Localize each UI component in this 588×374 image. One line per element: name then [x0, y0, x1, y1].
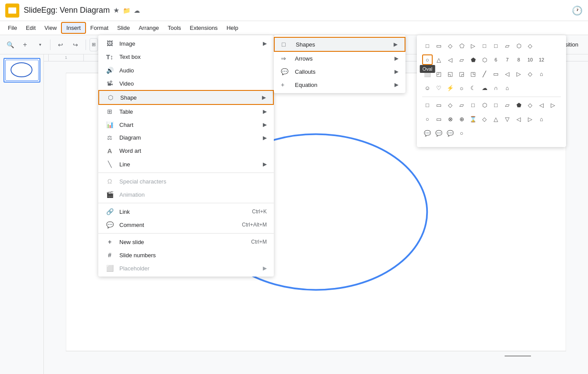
shape-pie[interactable]: ╱ — [479, 68, 490, 79]
shape-circ2[interactable]: ○ — [456, 128, 467, 138]
insert-audio-item[interactable]: 🔊 Audio — [98, 64, 274, 77]
shape-hex1[interactable]: ⬡ — [479, 100, 490, 110]
add-btn[interactable]: + — [18, 38, 32, 51]
shape-tri1[interactable]: ◁ — [536, 100, 547, 110]
menu-help[interactable]: Help — [222, 23, 243, 33]
submenu-shapes-item[interactable]: □ Shapes ▶ — [274, 37, 405, 52]
zoom-dropdown[interactable]: ▾ — [33, 38, 47, 51]
shape-sq4[interactable]: □ — [491, 100, 501, 110]
submenu-arrows-item[interactable]: ⇒ Arrows ▶ — [274, 52, 405, 65]
shape-para1[interactable]: ▱ — [456, 100, 467, 110]
insert-textbox-item[interactable]: T↕ Text box — [98, 50, 274, 64]
shape-rect6[interactable]: ▭ — [434, 114, 444, 124]
shape-oval[interactable]: ○ Oval — [422, 54, 433, 65]
shape-no-symbol[interactable]: ▷ — [513, 68, 524, 79]
menu-file[interactable]: File — [4, 23, 22, 33]
insert-video-item[interactable]: 📽 Video — [98, 77, 274, 90]
insert-line-item[interactable]: ╲ Line ▶ — [98, 158, 274, 171]
shape-7star[interactable]: 7 — [502, 54, 513, 65]
shape-donut[interactable]: ◁ — [502, 68, 513, 79]
insert-slide-numbers-item[interactable]: # Slide numbers — [98, 248, 274, 262]
cloud-icon[interactable]: ☁ — [134, 7, 140, 14]
insert-image-btn[interactable]: ⊞ — [90, 38, 98, 51]
insert-link-item[interactable]: 🔗 Link Ctrl+K — [98, 205, 274, 218]
menu-arrange[interactable]: Arrange — [134, 23, 163, 33]
shape-dmd1[interactable]: ◇ — [445, 100, 455, 110]
undo-btn[interactable]: ↩ — [54, 38, 67, 51]
insert-new-slide-item[interactable]: + New slide Ctrl+M — [98, 235, 274, 248]
shape-pentagon[interactable]: ⬠ — [456, 40, 467, 51]
shape-dmd3[interactable]: ◇ — [525, 100, 535, 110]
redo-btn[interactable]: ↪ — [69, 38, 82, 51]
insert-special-chars-item[interactable]: Ω Special characters — [98, 175, 274, 188]
shape-corner[interactable]: ◱ — [445, 68, 455, 79]
shape-callout2[interactable]: 💬 — [434, 128, 444, 138]
shape-cross[interactable]: ⊗ — [445, 114, 455, 124]
shape-block-arc[interactable]: ▭ — [491, 68, 501, 79]
insert-diagram-item[interactable]: ⚖ Diagram ▶ — [98, 131, 274, 144]
shape-tri2[interactable]: ▷ — [548, 100, 558, 110]
shape-moon[interactable]: ☾ — [468, 83, 478, 93]
insert-shape-item[interactable]: ⬡ Shape ▶ — [98, 90, 274, 105]
folder-icon[interactable]: 📁 — [123, 7, 130, 14]
zoom-btn[interactable]: 🔍 — [4, 38, 17, 51]
shape-callout1[interactable]: 💬 — [422, 128, 433, 138]
insert-chart-item[interactable]: 📊 Chart ▶ — [98, 118, 274, 131]
shape-bracket-pair[interactable]: ⌂ — [502, 83, 513, 93]
shape-6star[interactable]: 6 — [491, 54, 501, 65]
shape-chord[interactable]: ◳ — [468, 68, 478, 79]
shape-lightning[interactable]: ⚡ — [445, 83, 455, 93]
insert-wordart-item[interactable]: A Word art — [98, 144, 274, 158]
shape-dmd2[interactable]: ⬟ — [513, 100, 524, 110]
shape-arr2[interactable]: ▷ — [525, 114, 535, 124]
shape-right-arrow-shape[interactable]: ▷ — [468, 40, 478, 51]
shape-half-frame[interactable]: ◰ — [434, 68, 444, 79]
shape-rectangle[interactable]: □ — [422, 40, 433, 51]
shape-house[interactable]: ⌂ — [536, 114, 547, 124]
shape-8star[interactable]: 8 — [513, 54, 524, 65]
shape-cloud[interactable]: ☁ — [479, 83, 490, 93]
bookmark-icon[interactable]: ★ — [113, 6, 119, 14]
menu-tools[interactable]: Tools — [163, 23, 185, 33]
shape-parallelogram[interactable]: ▱ — [502, 40, 513, 51]
shape-tri3[interactable]: △ — [491, 114, 501, 124]
submenu-equation-item[interactable]: + Equation ▶ — [274, 78, 405, 91]
shape-sq3[interactable]: □ — [468, 100, 478, 110]
shape-dmd4[interactable]: ◇ — [479, 114, 490, 124]
shape-triangle[interactable]: △ — [434, 54, 444, 65]
shape-double-wave[interactable]: ◇ — [525, 68, 535, 79]
shape-rounded-rect[interactable]: ▭ — [434, 40, 444, 51]
menu-format[interactable]: Format — [86, 23, 113, 33]
shape-arc[interactable]: ∩ — [491, 83, 501, 93]
shape-arr1[interactable]: ◁ — [513, 114, 524, 124]
history-icon[interactable]: 🕐 — [572, 5, 583, 16]
shape-callout3[interactable]: 💬 — [445, 128, 455, 138]
shape-heart[interactable]: ♡ — [434, 83, 444, 93]
shape-tri4[interactable]: ▽ — [502, 114, 513, 124]
shape-wave[interactable]: ⌂ — [536, 68, 547, 79]
shape-sq1[interactable]: □ — [422, 100, 433, 110]
shape-snip-rect[interactable]: ◇ — [445, 40, 455, 51]
shape-rect3[interactable]: □ — [491, 40, 501, 51]
shape-diagonal-stripe[interactable]: ◲ — [456, 68, 467, 79]
insert-image-item[interactable]: 🖼 Image ▶ — [98, 37, 274, 50]
shape-diamond2[interactable]: ◇ — [525, 40, 535, 51]
shape-para2[interactable]: ▱ — [502, 100, 513, 110]
shape-hexagon[interactable]: ⬡ — [479, 54, 490, 65]
menu-edit[interactable]: Edit — [22, 23, 40, 33]
insert-comment-item[interactable]: 💬 Comment Ctrl+Alt+M — [98, 218, 274, 231]
insert-placeholder-item[interactable]: ⬜ Placeholder ▶ — [98, 262, 274, 275]
shape-plus[interactable]: ⊕ — [456, 114, 467, 124]
shape-10star[interactable]: 10 — [525, 54, 535, 65]
shape-rect2[interactable]: □ — [479, 40, 490, 51]
shape-right-triangle[interactable]: ◁ — [445, 54, 455, 65]
shape-circ1[interactable]: ○ — [422, 114, 433, 124]
menu-view[interactable]: View — [40, 23, 61, 33]
shape-12star[interactable]: 12 — [536, 54, 547, 65]
insert-animation-item[interactable]: 🎬 Animation — [98, 188, 274, 201]
menu-insert[interactable]: Insert — [61, 22, 86, 34]
shape-sun[interactable]: ☼ — [456, 83, 467, 93]
shape-hourglass[interactable]: ⌛ — [468, 114, 478, 124]
insert-table-item[interactable]: ⊞ Table ▶ — [98, 105, 274, 118]
slide-thumbnail-1[interactable]: 1 — [4, 58, 40, 83]
